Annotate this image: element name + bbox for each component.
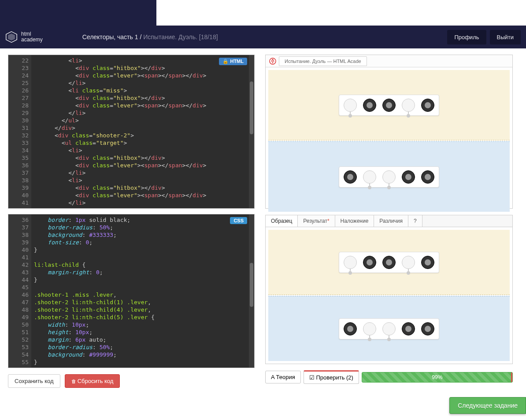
scroll-thumb[interactable] (250, 263, 253, 307)
scrollbar[interactable] (249, 55, 254, 208)
target-hit (344, 170, 357, 184)
target-miss (363, 170, 376, 184)
target-miss (382, 322, 396, 335)
target-miss (402, 256, 415, 269)
shooter-2-field (268, 141, 510, 212)
css-gutter: 3637383940414243444546474849505152535455… (8, 214, 31, 368)
target-hit (402, 322, 415, 335)
html-code[interactable]: <li> <div class="hitbox"></div> <div cla… (31, 55, 251, 208)
target-hit (344, 322, 357, 335)
theory-button[interactable]: A Теория (265, 371, 301, 383)
browser-chrome: Испытание. Дуэль — HTML Acade (266, 55, 512, 67)
scroll-thumb[interactable] (250, 81, 253, 134)
target-miss (344, 99, 357, 112)
target-strip (339, 318, 439, 339)
breadcrumb: Селекторы, часть 1 / Испытание. Дуэль. [… (82, 33, 218, 41)
header-actions: Профиль Выйти (447, 30, 521, 44)
target-hit (402, 170, 415, 184)
target-miss (382, 170, 396, 184)
tab-diff[interactable]: Различия (374, 215, 408, 227)
compare-panel: Образец Результат* Наложение Различия ? (265, 215, 513, 364)
reset-button[interactable]: Сбросить код (65, 374, 120, 388)
shooter-2-field-sample (268, 296, 510, 361)
yandex-icon (269, 58, 276, 65)
tab-help[interactable]: ? (408, 215, 422, 227)
shooter-1-field-sample (268, 230, 510, 295)
header: htmlacademy Селекторы, часть 1 / Испытан… (0, 26, 526, 48)
target-hit (421, 99, 434, 112)
target-hit (382, 256, 396, 269)
target-hit (421, 322, 434, 335)
logo-text: htmlacademy (21, 31, 43, 43)
preview-content (266, 67, 512, 214)
save-button[interactable]: Сохранить код (8, 374, 60, 388)
editor-actions: Сохранить код Сбросить код (8, 373, 255, 388)
browser-tab[interactable]: Испытание. Дуэль — HTML Acade (279, 56, 367, 66)
css-code[interactable]: border: 1px solid black; border-radius: … (31, 214, 251, 368)
top-banner (0, 0, 156, 26)
target-strip (339, 252, 439, 273)
target-strip (339, 95, 439, 116)
breadcrumb-section[interactable]: Селекторы, часть 1 / (82, 33, 143, 41)
svg-marker-1 (8, 33, 15, 41)
target-miss (344, 256, 357, 269)
shooter-1-field (268, 70, 510, 140)
compare-content (266, 227, 512, 364)
check-button[interactable]: ☑ Проверить (2) (304, 370, 359, 384)
progress-bar: 99% (362, 372, 513, 383)
html-editor[interactable]: 🔒 HTML 222324252627282930313233343536373… (8, 55, 255, 209)
target-hit (363, 256, 376, 269)
breadcrumb-task: Испытание. Дуэль. [18/18] (143, 33, 218, 41)
logo-icon (5, 31, 18, 43)
compare-tabs: Образец Результат* Наложение Различия ? (266, 215, 512, 227)
target-strip (339, 166, 439, 188)
tab-sample[interactable]: Образец (266, 215, 298, 227)
target-hit (421, 170, 434, 184)
preview-panel: Испытание. Дуэль — HTML Acade (265, 55, 513, 209)
profile-button[interactable]: Профиль (447, 30, 486, 44)
logo[interactable]: htmlacademy (5, 31, 43, 43)
html-gutter: 2223242526272829303132333435363738394041… (8, 55, 31, 208)
target-hit (421, 256, 434, 269)
logout-button[interactable]: Выйти (490, 30, 521, 44)
target-hit (382, 99, 396, 112)
tab-overlay[interactable]: Наложение (335, 215, 374, 227)
target-miss (402, 99, 415, 112)
tab-result[interactable]: Результат* (298, 215, 335, 227)
target-hit (363, 99, 376, 112)
bottom-bar: A Теория ☑ Проверить (2) 99% (265, 370, 513, 384)
scrollbar[interactable] (249, 214, 254, 368)
target-miss (363, 322, 376, 335)
css-editor[interactable]: CSS 363738394041424344454647484950515253… (8, 214, 255, 368)
